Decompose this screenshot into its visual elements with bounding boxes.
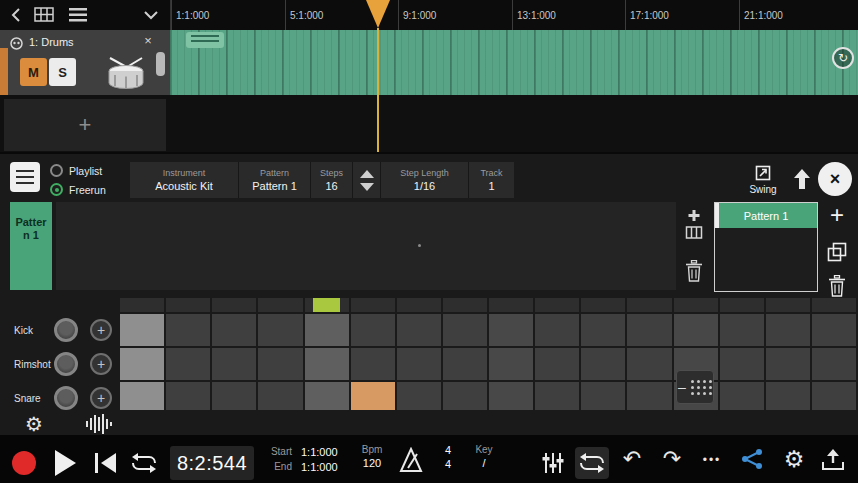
step-cell[interactable]	[397, 348, 441, 380]
shift-up-button[interactable]	[788, 164, 816, 194]
menu-button[interactable]	[64, 0, 92, 30]
pattern-lane[interactable]	[56, 202, 676, 290]
indicator-cell[interactable]	[397, 298, 441, 312]
step-cell[interactable]	[627, 382, 671, 410]
mode-option-playlist[interactable]: Playlist	[50, 161, 130, 180]
pattern-block[interactable]: Pattern 1	[10, 202, 52, 290]
step-cell[interactable]	[581, 348, 625, 380]
step-cell[interactable]	[166, 348, 210, 380]
step-cell[interactable]	[489, 314, 533, 346]
indicator-cell[interactable]	[258, 298, 302, 312]
step-cell[interactable]	[812, 382, 856, 410]
indicator-cell[interactable]	[212, 298, 256, 312]
loop-toggle-button[interactable]	[575, 447, 609, 479]
step-cell[interactable]	[720, 314, 764, 346]
export-button[interactable]	[820, 448, 846, 471]
step-cell[interactable]	[812, 348, 856, 380]
step-cell[interactable]	[351, 314, 395, 346]
share-button[interactable]	[740, 448, 764, 470]
steps-field[interactable]: Steps 16	[310, 162, 352, 198]
step-cell[interactable]	[627, 348, 671, 380]
grid-drag-handle[interactable]: –	[676, 370, 714, 404]
indicator-cell[interactable]	[674, 298, 718, 312]
indicator-cell[interactable]	[766, 298, 810, 312]
step-cell[interactable]	[212, 382, 256, 410]
track-scroll-handle[interactable]	[156, 52, 165, 76]
indicator-cell[interactable]	[351, 298, 395, 312]
step-cell[interactable]	[258, 348, 302, 380]
step-cell[interactable]	[212, 314, 256, 346]
step-cell[interactable]	[766, 314, 810, 346]
step-cell[interactable]	[120, 382, 164, 410]
volume-knob[interactable]	[54, 352, 78, 376]
settings-button[interactable]: ⚙	[780, 445, 808, 473]
step-cell[interactable]	[581, 382, 625, 410]
time-display[interactable]: 8:2:544	[170, 446, 254, 480]
key-field[interactable]: Key /	[464, 444, 504, 469]
step-cell[interactable]	[812, 314, 856, 346]
step-cell[interactable]	[443, 382, 487, 410]
track-header[interactable]: 1: Drums × M S	[0, 30, 170, 95]
step-cell[interactable]	[627, 314, 671, 346]
close-editor-button[interactable]: ×	[818, 162, 852, 196]
indicator-cell[interactable]	[305, 298, 349, 312]
grid-view-button[interactable]	[30, 0, 58, 30]
mixer-button[interactable]	[541, 451, 565, 475]
collapse-button[interactable]	[138, 0, 164, 30]
step-cell[interactable]	[212, 348, 256, 380]
row-add-button[interactable]: +	[90, 353, 112, 375]
indicator-cell[interactable]	[535, 298, 579, 312]
volume-knob[interactable]	[54, 386, 78, 410]
play-button[interactable]	[55, 450, 76, 476]
pattern-field[interactable]: Pattern Pattern 1	[238, 162, 310, 198]
step-cell[interactable]	[535, 314, 579, 346]
redo-button[interactable]: ↷	[659, 445, 685, 473]
step-cell[interactable]	[489, 348, 533, 380]
pattern-menu-button[interactable]	[10, 162, 40, 192]
metronome-button[interactable]	[398, 447, 424, 473]
step-cell[interactable]	[535, 382, 579, 410]
step-length-field[interactable]: Step Length 1/16	[380, 162, 468, 198]
step-cell[interactable]	[535, 348, 579, 380]
indicator-cell[interactable]	[489, 298, 533, 312]
swing-button[interactable]: Swing	[742, 160, 784, 200]
delete-bar-button[interactable]	[680, 252, 708, 290]
step-cell[interactable]	[766, 348, 810, 380]
step-cell[interactable]	[120, 348, 164, 380]
track-mute-button[interactable]: M	[20, 58, 47, 86]
indicator-cell[interactable]	[443, 298, 487, 312]
rewind-button[interactable]	[92, 452, 118, 474]
steps-decrement-button[interactable]	[360, 183, 374, 191]
step-cell[interactable]	[258, 382, 302, 410]
track-solo-button[interactable]: S	[49, 58, 76, 86]
row-add-button[interactable]: +	[90, 319, 112, 341]
record-button[interactable]	[12, 451, 36, 475]
step-cell[interactable]	[351, 382, 395, 410]
step-cell[interactable]	[443, 314, 487, 346]
step-cell[interactable]	[397, 382, 441, 410]
loop-button[interactable]	[130, 453, 158, 473]
step-cell[interactable]	[120, 314, 164, 346]
indicator-cell[interactable]	[581, 298, 625, 312]
indicator-cell[interactable]	[120, 298, 164, 312]
row-add-button[interactable]: +	[90, 387, 112, 409]
step-cell[interactable]	[674, 314, 718, 346]
step-cell[interactable]	[766, 382, 810, 410]
bpm-field[interactable]: Bpm 120	[350, 444, 394, 469]
clip-grip-icon[interactable]	[186, 32, 224, 48]
undo-button[interactable]: ↶	[619, 445, 645, 473]
step-cell[interactable]	[166, 382, 210, 410]
pattern-list-item[interactable]: Pattern 1	[715, 203, 817, 228]
step-cell[interactable]	[443, 348, 487, 380]
more-button[interactable]: •••	[698, 454, 726, 466]
step-cell[interactable]	[305, 348, 349, 380]
steps-increment-button[interactable]	[360, 170, 374, 178]
step-cell[interactable]	[166, 314, 210, 346]
indicator-cell[interactable]	[627, 298, 671, 312]
volume-knob[interactable]	[54, 318, 78, 342]
mode-option-freerun[interactable]: Freerun	[50, 180, 130, 199]
waveform-button[interactable]	[82, 410, 116, 437]
clip-region[interactable]: ↻	[170, 30, 858, 95]
back-button[interactable]	[4, 0, 28, 30]
instrument-field[interactable]: Instrument Acoustic Kit	[130, 162, 238, 198]
